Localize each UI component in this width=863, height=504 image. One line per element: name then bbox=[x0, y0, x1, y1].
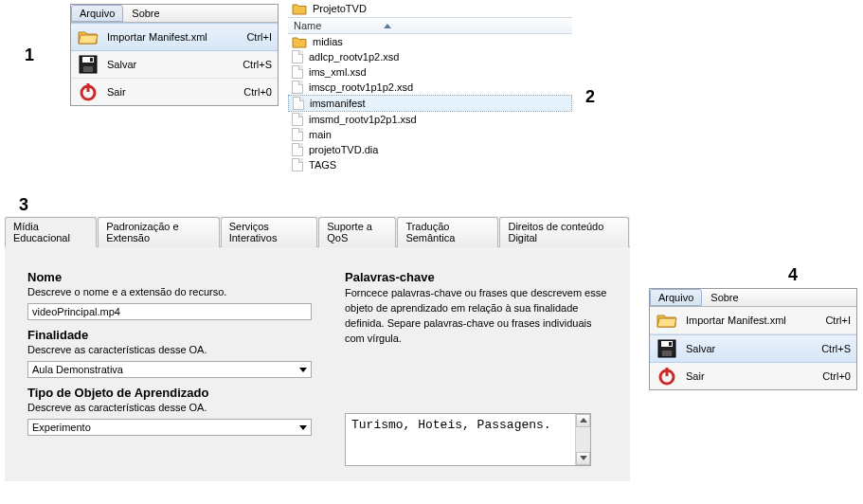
tab-direitos[interactable]: Direitos de conteúdo Digital bbox=[499, 217, 629, 247]
menu-panel-4: Arquivo Sobre Importar Manifest.xml Ctrl… bbox=[649, 288, 857, 390]
file-name: adlcp_rootv1p2.xsd bbox=[309, 51, 399, 63]
path-label: ProjetoTVD bbox=[313, 3, 367, 14]
menu-panel-1: Arquivo Sobre Importar Manifest.xml Ctrl… bbox=[70, 4, 279, 106]
tab-bar: Mídia Educacional Padronização e Extensã… bbox=[5, 216, 630, 247]
section-number-2: 2 bbox=[585, 87, 595, 107]
column-name: Name bbox=[294, 20, 321, 31]
document-icon bbox=[293, 97, 304, 110]
file-row[interactable]: imsmd_rootv1p2p1.xsd bbox=[288, 112, 572, 127]
document-icon bbox=[292, 143, 303, 156]
menu-item-label: Salvar bbox=[686, 343, 814, 354]
document-icon bbox=[292, 65, 303, 79]
menu-item-save[interactable]: Salvar Ctrl+S bbox=[650, 334, 856, 363]
svg-rect-9 bbox=[669, 342, 672, 346]
palavras-title: Palavras-chave bbox=[345, 270, 607, 284]
svg-rect-2 bbox=[83, 66, 93, 72]
scrollbar[interactable] bbox=[575, 414, 590, 465]
file-row[interactable]: main bbox=[288, 127, 572, 142]
triangle-down-icon bbox=[580, 456, 587, 460]
scroll-up-button[interactable] bbox=[576, 414, 590, 427]
section-number-4: 4 bbox=[788, 265, 798, 285]
folder-open-icon bbox=[77, 27, 99, 46]
svg-rect-11 bbox=[666, 368, 669, 376]
document-icon bbox=[292, 128, 303, 141]
menubar: Arquivo Sobre bbox=[71, 5, 278, 23]
section-number-1: 1 bbox=[25, 45, 34, 65]
document-icon bbox=[292, 113, 303, 126]
folder-icon bbox=[292, 2, 307, 15]
document-icon bbox=[292, 50, 303, 63]
tab-qos[interactable]: Suporte a QoS bbox=[318, 217, 396, 247]
file-row[interactable]: projetoTVD.dia bbox=[288, 142, 572, 157]
menu-item-shortcut: Ctrl+S bbox=[243, 59, 272, 70]
menu-item-import[interactable]: Importar Manifest.xml Ctrl+I bbox=[650, 307, 856, 334]
menu-item-label: Sair bbox=[107, 86, 236, 98]
menu-item-shortcut: Ctrl+0 bbox=[822, 370, 851, 382]
tipo-title: Tipo de Objeto de Aprendizado bbox=[27, 386, 316, 400]
file-row[interactable]: imscp_rootv1p1p2.xsd bbox=[288, 80, 572, 95]
tab-servicos[interactable]: Serviços Interativos bbox=[221, 217, 318, 247]
tipo-select[interactable]: Experimento bbox=[27, 419, 312, 436]
palavras-textarea-wrap bbox=[345, 413, 591, 466]
power-icon bbox=[656, 367, 678, 386]
folder-icon bbox=[292, 35, 307, 48]
nome-title: Nome bbox=[27, 270, 316, 284]
file-name: projetoTVD.dia bbox=[309, 144, 378, 155]
file-name: imscp_rootv1p1p2.xsd bbox=[309, 81, 413, 93]
menu-tab-sobre[interactable]: Sobre bbox=[123, 5, 168, 22]
file-name: ims_xml.xsd bbox=[309, 66, 367, 78]
save-icon bbox=[656, 339, 678, 358]
tab-padronizacao[interactable]: Padronização e Extensão bbox=[98, 217, 219, 247]
menu-item-exit[interactable]: Sair Ctrl+0 bbox=[650, 363, 856, 389]
menu-tab-arquivo[interactable]: Arquivo bbox=[71, 5, 123, 22]
file-name: TAGS bbox=[309, 159, 336, 171]
tipo-desc: Descreve as características desse OA. bbox=[27, 402, 316, 413]
nome-desc: Descreve o nome e a extensão do recurso. bbox=[27, 286, 316, 297]
palavras-textarea[interactable] bbox=[346, 414, 575, 465]
path-row[interactable]: ProjetoTVD bbox=[288, 0, 572, 17]
finalidade-desc: Descreve as características desse OA. bbox=[27, 344, 316, 355]
folder-open-icon bbox=[656, 311, 678, 330]
file-name: main bbox=[309, 129, 332, 140]
tab-traducao[interactable]: Tradução Semântica bbox=[397, 217, 498, 247]
file-row[interactable]: TAGS bbox=[288, 157, 572, 172]
menu-item-shortcut: Ctrl+S bbox=[821, 343, 851, 354]
file-list: midias adlcp_rootv1p2.xsd ims_xml.xsd im… bbox=[288, 34, 572, 172]
finalidade-value: Aula Demonstrativa bbox=[32, 364, 123, 375]
list-header[interactable]: Name bbox=[288, 17, 572, 34]
file-name: imsmanifest bbox=[310, 98, 366, 109]
file-row-folder[interactable]: midias bbox=[288, 34, 572, 49]
svg-rect-8 bbox=[662, 351, 672, 356]
menu-item-exit[interactable]: Sair Ctrl+0 bbox=[71, 79, 278, 105]
menu-item-shortcut: Ctrl+I bbox=[825, 315, 851, 326]
menu-item-label: Importar Manifest.xml bbox=[107, 31, 239, 43]
finalidade-select[interactable]: Aula Demonstrativa bbox=[27, 361, 312, 378]
tab-midia[interactable]: Mídia Educacional bbox=[5, 217, 97, 247]
menu-item-label: Salvar bbox=[107, 59, 235, 70]
menu-item-label: Sair bbox=[686, 370, 815, 382]
scroll-down-button[interactable] bbox=[576, 452, 590, 465]
menu-item-import[interactable]: Importar Manifest.xml Ctrl+I bbox=[71, 23, 278, 51]
file-row[interactable]: ims_xml.xsd bbox=[288, 64, 572, 80]
file-row[interactable]: adlcp_rootv1p2.xsd bbox=[288, 49, 572, 64]
menu-item-save[interactable]: Salvar Ctrl+S bbox=[71, 51, 278, 79]
file-name: imsmd_rootv1p2p1.xsd bbox=[309, 114, 417, 125]
svg-rect-5 bbox=[87, 83, 90, 92]
nome-input[interactable] bbox=[27, 303, 312, 320]
triangle-up-icon bbox=[580, 418, 587, 423]
chevron-down-icon bbox=[299, 368, 307, 372]
menu-tab-sobre[interactable]: Sobre bbox=[702, 289, 746, 306]
form-panel: Mídia Educacional Padronização e Extensã… bbox=[5, 216, 630, 481]
svg-rect-3 bbox=[90, 58, 93, 62]
save-icon bbox=[77, 55, 99, 74]
document-icon bbox=[292, 158, 303, 171]
menu-item-label: Importar Manifest.xml bbox=[686, 315, 818, 326]
menu-tab-arquivo[interactable]: Arquivo bbox=[650, 289, 702, 306]
tipo-value: Experimento bbox=[32, 422, 91, 433]
file-row-selected[interactable]: imsmanifest bbox=[288, 95, 572, 112]
finalidade-title: Finalidade bbox=[27, 328, 316, 342]
palavras-desc: Forncece palavras-chave ou frases que de… bbox=[345, 286, 607, 347]
file-browser: ProjetoTVD Name midias adlcp_rootv1p2.xs… bbox=[288, 0, 572, 172]
menu-item-shortcut: Ctrl+I bbox=[246, 31, 272, 43]
sort-arrow-icon bbox=[384, 24, 391, 28]
